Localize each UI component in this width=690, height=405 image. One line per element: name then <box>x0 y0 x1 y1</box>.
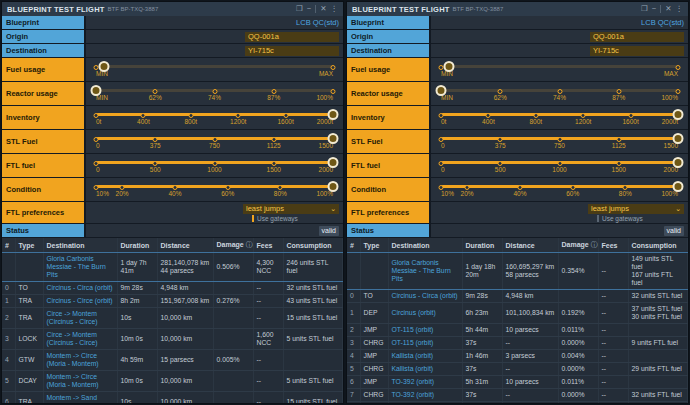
minimize-icon[interactable]: − <box>652 5 656 13</box>
destination-link[interactable]: Circinus - Circa (orbit) <box>392 292 458 299</box>
table-row: 2TRACirce -> Montem (Circinus - Circe)10… <box>2 308 343 329</box>
slider-handle[interactable] <box>673 181 684 192</box>
destination-link[interactable]: OT-115 (orbit) <box>392 326 434 333</box>
slider-tick <box>225 185 230 190</box>
origin-input[interactable]: QQ-001a <box>590 32 684 42</box>
col-header-type: Type <box>360 238 388 253</box>
cell-damage <box>213 371 253 392</box>
destination-link[interactable]: Gloria Carbonis Messiae - The Burn Pits <box>47 255 106 278</box>
slider-handle[interactable] <box>99 61 110 72</box>
slider-handle[interactable] <box>91 85 102 96</box>
cell-duration: 10s <box>117 308 157 329</box>
use-gateways-checkbox[interactable]: Use gateways <box>249 215 339 222</box>
slider-handle[interactable] <box>328 109 339 120</box>
ftl-preference-select[interactable]: least jumps ⌄ <box>243 204 339 214</box>
table-row: 2JMPOT-115 (orbit)5h 44m10 parsecs0.011%… <box>347 324 688 337</box>
origin-label: Origin <box>2 30 86 43</box>
destination-link[interactable]: Montem -> Sand (Moria - Montem) <box>47 394 99 404</box>
destination-link[interactable]: Circinus - Circa (orbit) <box>47 284 113 291</box>
table-row: 0TOCircinus - Circa (orbit)9m 28s4,948 k… <box>347 290 688 303</box>
slider-ftl-fuel: 0500100015002000 <box>431 154 688 177</box>
slider-tick-label: 40% <box>168 190 181 197</box>
info-icon[interactable]: ⓘ <box>591 241 598 248</box>
destination-link[interactable]: Montem -> Circe (Moria - Montem) <box>47 352 99 367</box>
slider-tick <box>557 161 562 166</box>
detach-window-icon[interactable]: ❐ <box>296 5 303 13</box>
destination-link[interactable]: Kallista (orbit) <box>392 352 434 359</box>
cell-duration: 6h 10m <box>462 402 502 405</box>
blueprint-link[interactable]: LCB QC(std) <box>296 18 339 27</box>
ftl-preference-value: least jumps <box>591 204 629 213</box>
cell-type: JMP <box>360 402 388 405</box>
slider-handle[interactable] <box>328 181 339 192</box>
cell-destination: TO-392 (orbit) <box>388 376 462 389</box>
cell-consumption: 149 units STL fuel 167 units FTL fuel <box>628 253 688 290</box>
info-icon[interactable]: ⓘ <box>246 241 253 248</box>
destination-link[interactable]: Gloria Carbonis Messiae - The Burn Pits <box>392 259 451 282</box>
slider-area: 10%20%40%60%80%100% <box>96 178 333 201</box>
cell-consumption: 15 units STL fuel <box>283 392 343 405</box>
origin-input[interactable]: QQ-001a <box>245 32 339 42</box>
cell-type: CHRG <box>360 337 388 350</box>
slider-handle[interactable] <box>673 157 684 168</box>
col-header-distance: Distance <box>157 238 213 253</box>
slider-track[interactable] <box>96 113 333 116</box>
cell-destination: TO-392 (orbit) <box>388 389 462 402</box>
destination-link[interactable]: Circe -> Montem (Circinus - Circe) <box>47 331 98 346</box>
window-titlebar[interactable]: BLUEPRINT TEST FLIGHT BTF BP-TXQ-3887 ❐ … <box>347 2 688 16</box>
slider-tick-label: 80% <box>274 190 287 197</box>
close-icon[interactable]: ✕ <box>320 5 326 13</box>
destination-link[interactable]: Circinus - Circe (orbit) <box>47 297 113 304</box>
slider-tick-label: 87% <box>612 94 625 101</box>
slider-handle[interactable] <box>444 61 455 72</box>
cell-damage: 0.506% <box>213 253 253 282</box>
slider-track[interactable] <box>96 65 333 68</box>
cell-destination: Circe -> Montem (Circinus - Circe) <box>43 308 117 329</box>
window-menu-icon[interactable]: ⋮ <box>331 5 339 13</box>
slider-tick-label: 87% <box>267 94 280 101</box>
destination-link[interactable]: TO-392 (orbit) <box>392 378 435 385</box>
cell-consumption: 246 units STL fuel <box>283 253 343 282</box>
window-titlebar[interactable]: BLUEPRINT TEST FLIGHT BTF BP-TXQ-3887 ❐ … <box>2 2 343 16</box>
slider-track[interactable] <box>441 65 678 68</box>
destination-link[interactable]: Kallista (orbit) <box>392 365 434 372</box>
destination-input[interactable]: YI-715c <box>590 46 684 56</box>
slider-handle[interactable] <box>673 109 684 120</box>
cell-type: LOCK <box>15 329 43 350</box>
slider-handle[interactable] <box>328 157 339 168</box>
ftl-preference-select[interactable]: least jumps ⌄ <box>588 204 684 214</box>
route-table: #TypeDestinationDurationDistanceDamageⓘF… <box>347 238 688 404</box>
slider-tick-label: 375 <box>150 142 161 149</box>
slider-condition: 10%20%40%60%80%100% <box>431 178 688 201</box>
slider-tick <box>498 89 503 94</box>
slider-tick-label: 100% <box>316 94 333 101</box>
slider-ftl-fuel: 0500100015002000 <box>86 154 343 177</box>
slider-track[interactable] <box>96 185 333 188</box>
cell-damage: 0.000% <box>558 363 598 376</box>
slider-track[interactable] <box>441 113 678 116</box>
destination-link[interactable]: Circe -> Montem (Circinus - Circe) <box>47 310 98 325</box>
minimize-icon[interactable]: − <box>307 5 311 13</box>
cell-duration: 10s <box>117 392 157 405</box>
slider-handle[interactable] <box>673 133 684 144</box>
destination-link[interactable]: TO-392 (orbit) <box>392 391 435 398</box>
slider-tick-label: 40% <box>513 190 526 197</box>
cell-type: TRA <box>15 392 43 405</box>
blueprint-link[interactable]: LCB QC(std) <box>641 18 684 27</box>
close-icon[interactable]: ✕ <box>665 5 671 13</box>
slider-handle[interactable] <box>328 133 339 144</box>
cell-consumption: 9 units FTL fuel <box>628 337 688 350</box>
destination-link[interactable]: Montem -> Circe (Moria - Montem) <box>47 373 99 388</box>
use-gateways-checkbox[interactable]: Use gateways <box>594 215 684 222</box>
cell-damage <box>213 282 253 295</box>
destination-input[interactable]: YI-715c <box>245 46 339 56</box>
slider-track[interactable] <box>441 185 678 188</box>
slider-handle[interactable] <box>436 85 447 96</box>
cell-index: 2 <box>347 324 360 337</box>
window-menu-icon[interactable]: ⋮ <box>676 5 684 13</box>
destination-link[interactable]: Circinus (orbit) <box>392 309 436 316</box>
cell-destination: OT-115 (orbit) <box>388 337 462 350</box>
destination-link[interactable]: OT-115 (orbit) <box>392 339 434 346</box>
slider-tick <box>120 185 125 190</box>
detach-window-icon[interactable]: ❐ <box>641 5 648 13</box>
